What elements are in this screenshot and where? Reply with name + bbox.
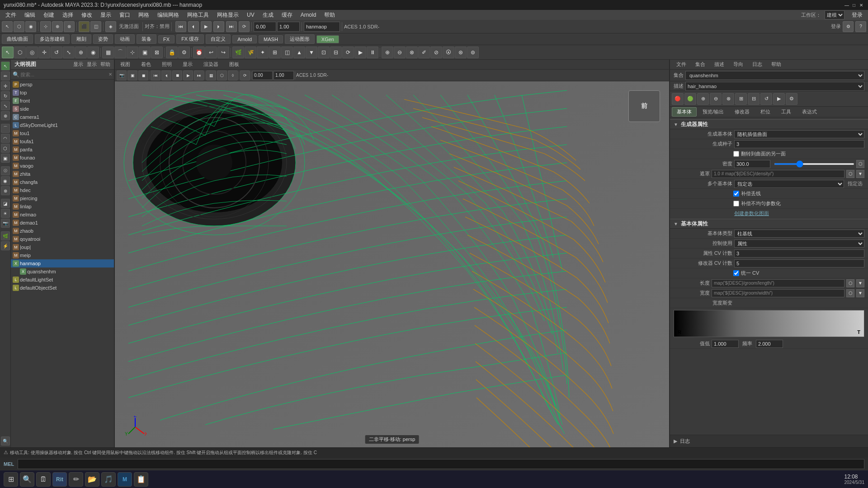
xgen-icon16[interactable]: ✐ [418,47,430,58]
rp-tab-basic[interactable]: 基本体 [672,107,697,117]
outliner-item-sky[interactable]: L dSkyDomeLight1 [11,121,114,129]
move-mode-btn[interactable]: ✛ [1,81,10,90]
nurbs-btn[interactable]: ◠ [1,134,10,143]
subdiv-btn[interactable]: ▣ [1,154,10,163]
dynamics-btn[interactable]: ⚡ [1,241,10,250]
tab-anim[interactable]: 动画 [115,34,135,44]
undo-icon[interactable]: ↩ [205,47,217,58]
universal-mode-btn[interactable]: ⊕ [1,111,10,120]
snap-point[interactable]: ⊹ [127,47,138,58]
viewport-canvas[interactable]: 前 X Y Z 二非平移·移动: persp [115,81,669,447]
compensate-check[interactable]: 补偿丢线 [733,190,761,197]
render-btn[interactable]: ◪ [1,199,10,208]
taskbar-calendar[interactable]: 🗓 [36,472,51,487]
outliner-item-linlap[interactable]: M linlap [11,202,114,211]
to-input[interactable] [756,340,783,348]
tab-custom[interactable]: 自定义 [206,34,231,44]
cv-count-value[interactable] [734,249,864,258]
outliner-item-top[interactable]: T top [11,89,114,97]
modifier-cv-input[interactable] [736,261,862,266]
xgen-icon8[interactable]: ⊡ [318,47,330,58]
prim-type-select[interactable]: 柱基线 [734,230,864,238]
tab-fx[interactable]: FX [158,35,175,43]
width-map-btn[interactable]: ⬡ [846,289,854,297]
xgen-icon12[interactable]: ⏸ [367,47,378,58]
playback-loop[interactable]: ⟳ [239,21,250,32]
tab-motion[interactable]: 运动图形 [285,34,315,44]
mel-input[interactable] [18,459,864,469]
vp-prev-frame[interactable]: ⏮ [151,70,160,80]
tool-snap[interactable]: ⊹ [40,21,51,32]
tab-fx-cache[interactable]: FX 缓存 [176,34,204,44]
frame-input[interactable] [277,22,300,32]
taskbar-pen[interactable]: ✏ [69,472,83,487]
uniform-check[interactable]: 补偿不均匀参数化 [733,200,781,207]
taskbar-search[interactable]: 🔍 [20,472,34,487]
snap-grid[interactable]: ▦ [102,47,114,58]
rp-icon6[interactable]: ⊞ [735,93,747,105]
settings-btn[interactable]: ⚙ [843,21,854,32]
outliner-item-zhaob[interactable]: M zhaob [11,227,114,235]
menu-window[interactable]: 窗口 [116,10,134,20]
vp-frame-value[interactable] [274,71,294,80]
menu-edit[interactable]: 编辑 [21,10,39,20]
tab-rig[interactable]: 装备 [137,34,156,44]
camera-left-btn[interactable]: 📷 [1,219,10,228]
vp-play-back[interactable]: ⏴ [161,70,171,80]
outliner-item-founao[interactable]: M founao [11,154,114,162]
render-settings-icon[interactable]: ⚙ [178,47,190,58]
outliner-item-quanshenhm[interactable]: X quanshenhm [11,267,114,276]
xgen-icon14[interactable]: ⊖ [394,47,406,58]
menu-modify[interactable]: 修改 [78,10,96,20]
mask-map-btn[interactable]: ⬡ [846,170,854,178]
xgen-icon2[interactable]: 🌾 [245,47,256,58]
object-name-input[interactable] [304,22,340,32]
outliner-item-nelmao[interactable]: M nelmao [11,211,114,219]
rph-file[interactable]: 文件 [674,60,689,69]
vp-play-fwd[interactable]: ▶ [183,70,193,80]
tab-curves[interactable]: 曲线/曲面 [2,34,33,44]
rotate-tool[interactable]: ↺ [51,47,62,58]
rp-icon10[interactable]: ⚙ [786,93,797,105]
vp-tab-light[interactable]: 照明 [158,60,175,69]
tool-snap3[interactable]: ⊗ [64,21,75,32]
vp-tab-renderer[interactable]: 渲染器 [200,60,222,69]
help-icon-btn[interactable]: ? [855,21,866,32]
color-bar[interactable]: R T [674,310,864,337]
outliner-item-panfa[interactable]: M panfa [11,145,114,154]
vp-iso-icon[interactable]: ◊ [228,70,238,80]
gen-primitive-select[interactable]: 随机插值曲面 [734,130,864,138]
playback-play[interactable]: ▶ [201,21,212,32]
menu-mesh[interactable]: 网格 [135,10,153,20]
uniform-cv-check[interactable]: 统一 CV [733,270,759,277]
paint-tool[interactable]: ◎ [26,47,38,58]
workspace-select[interactable]: 建模 [825,10,844,19]
tool-lasso[interactable]: ⬡ [14,21,24,32]
log-section[interactable]: ▶ 日志 [670,435,868,447]
uniform-cv-checkbox[interactable] [733,270,739,276]
outliner-item-side[interactable]: S side [11,105,114,113]
rp-tab-column[interactable]: 栏位 [755,107,775,117]
width-expand-btn[interactable]: ▼ [856,289,864,297]
outliner-item-defaultobjectset[interactable]: L defaultObjectSet [11,284,114,292]
multi-prim-select[interactable]: 指定选 [734,180,844,188]
collection-select[interactable]: quanshenhm [685,71,864,80]
rph-help[interactable]: 帮助 [769,60,784,69]
tab-sculpt[interactable]: 雕刻 [71,34,91,44]
vp-wireframe-icon[interactable]: ▣ [127,70,137,80]
desc-select[interactable]: hair_hanmao [685,82,864,91]
outliner-display-label[interactable]: 显示 [73,61,83,68]
tool-transform[interactable]: ⬛ [79,21,90,32]
length-expand-btn[interactable]: ▼ [856,279,864,287]
vp-tab-view[interactable]: 视图 [117,60,134,69]
rp-icon7[interactable]: ⊟ [748,93,760,105]
menu-mesh-display[interactable]: 网格显示 [213,10,242,20]
menu-mesh-tools[interactable]: 网格工具 [184,10,212,20]
outliner-item-zhita[interactable]: M zhita [11,170,114,178]
xgen-icon20[interactable]: ⊚ [467,47,479,58]
create-params-link[interactable]: 创建参数化图面 [734,210,769,217]
outliner-item-vaogo[interactable]: M vaogo [11,162,114,170]
cv-count-input[interactable] [736,251,862,256]
outliner-item-tou1[interactable]: M tou1 [11,129,114,137]
gen-seed-input[interactable] [736,141,862,147]
